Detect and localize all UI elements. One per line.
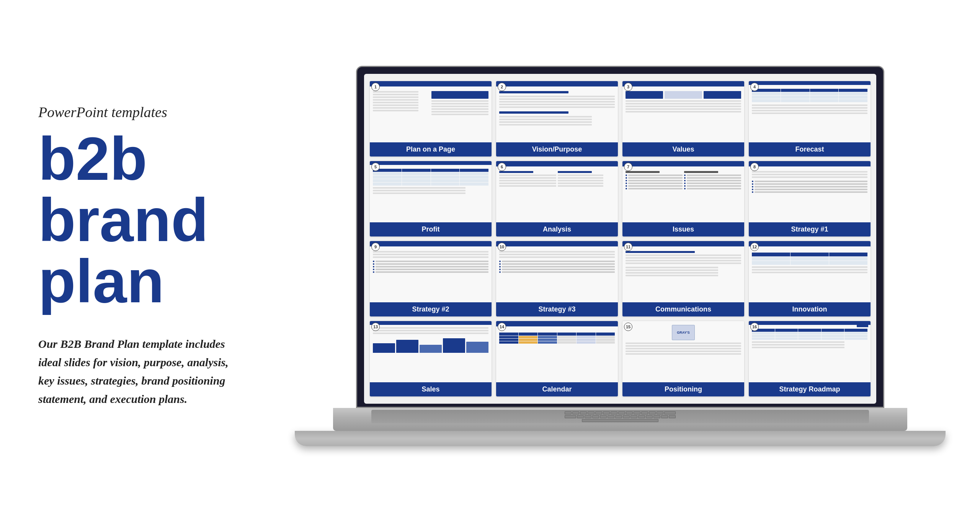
slide-number-1: 1 [371, 83, 380, 91]
slide-16[interactable]: 16 Strategy Roadmap [748, 321, 871, 397]
slide-label-7: Issues [622, 222, 744, 236]
slide-preview-2 [496, 81, 618, 142]
slide-preview-4 [749, 81, 871, 142]
slide-preview-15: GRAY'S [622, 321, 744, 382]
slide-label-2: Vision/Purpose [496, 142, 618, 157]
slide-preview-1 [370, 81, 492, 142]
slide-label-9: Strategy #2 [370, 302, 492, 316]
slide-number-12: 12 [750, 243, 759, 251]
slide-6[interactable]: 6 Analysis [496, 161, 618, 237]
slide-number-4: 4 [750, 83, 759, 91]
slide-preview-12 [749, 241, 871, 302]
description: Our B2B Brand Plan template includes ide… [38, 335, 237, 408]
slide-preview-5 [370, 161, 492, 222]
slide-preview-10 [496, 241, 618, 302]
main-title: b2b brand plan [38, 128, 237, 312]
slide-preview-6 [496, 161, 618, 222]
slide-preview-16 [749, 321, 871, 382]
slide-1[interactable]: 1 Plan on a Page [369, 81, 492, 157]
slide-label-5: Profit [370, 222, 492, 236]
slide-preview-14 [496, 321, 618, 382]
slide-14[interactable]: 14 Calendar [496, 321, 618, 397]
slide-preview-3 [622, 81, 744, 142]
slide-label-3: Values [622, 142, 744, 157]
slide-number-7: 7 [624, 163, 632, 171]
slide-preview-9 [370, 241, 492, 302]
laptop-base [295, 431, 946, 446]
slide-number-14: 14 [498, 323, 506, 331]
slide-label-14: Calendar [496, 382, 618, 396]
slide-preview-8 [749, 161, 871, 222]
slide-label-12: Innovation [749, 302, 871, 316]
laptop-screen: 1 Plan on a Page 2 [356, 66, 884, 408]
slide-8[interactable]: 8 Strategy #1 [748, 161, 871, 237]
left-panel: PowerPoint templates b2b brand plan Our … [0, 81, 260, 431]
slide-7[interactable]: 7 Issues [622, 161, 745, 237]
slide-number-6: 6 [498, 163, 506, 171]
slide-number-11: 11 [624, 243, 632, 251]
slide-preview-7 [622, 161, 744, 222]
slide-preview-11 [622, 241, 744, 302]
slide-label-10: Strategy #3 [496, 302, 618, 316]
slides-grid: 1 Plan on a Page 2 [364, 74, 876, 404]
slide-preview-13 [370, 321, 492, 382]
slide-number-10: 10 [498, 243, 506, 251]
subtitle: PowerPoint templates [38, 104, 237, 121]
slide-number-16: 16 [750, 323, 759, 331]
laptop: 1 Plan on a Page 2 [295, 66, 946, 446]
laptop-body [333, 408, 907, 431]
slide-number-9: 9 [371, 243, 380, 251]
slide-number-3: 3 [624, 83, 632, 91]
slide-label-15: Positioning [622, 382, 744, 396]
keyboard [371, 410, 869, 423]
slide-5[interactable]: 5 Profit [369, 161, 492, 237]
slide-number-8: 8 [750, 163, 759, 171]
slide-13[interactable]: 13 Sales [369, 321, 492, 397]
slide-label-6: Analysis [496, 222, 618, 236]
right-panel: 1 Plan on a Page 2 [260, 58, 980, 454]
slide-15[interactable]: 15 GRAY'S Positioning [622, 321, 745, 397]
slide-number-15: 15 [624, 323, 632, 331]
slide-10[interactable]: 10 Strategy #3 [496, 241, 618, 317]
slide-number-2: 2 [498, 83, 506, 91]
slide-12[interactable]: 12 Innovation [748, 241, 871, 317]
slide-label-8: Strategy #1 [749, 222, 871, 236]
slide-label-4: Forecast [749, 142, 871, 157]
slide-label-16: Strategy Roadmap [749, 382, 871, 396]
slide-number-5: 5 [371, 163, 380, 171]
slide-3[interactable]: 3 Values [622, 81, 745, 157]
slide-4[interactable]: 4 Forecast [748, 81, 871, 157]
slide-number-13: 13 [371, 323, 380, 331]
slide-label-13: Sales [370, 382, 492, 396]
slide-label-11: Communications [622, 302, 744, 316]
slide-2[interactable]: 2 Vision/Purpose [496, 81, 618, 157]
slide-11[interactable]: 11 Communications [622, 241, 745, 317]
slide-label-1: Plan on a Page [370, 142, 492, 157]
slide-9[interactable]: 9 Strategy #2 [369, 241, 492, 317]
